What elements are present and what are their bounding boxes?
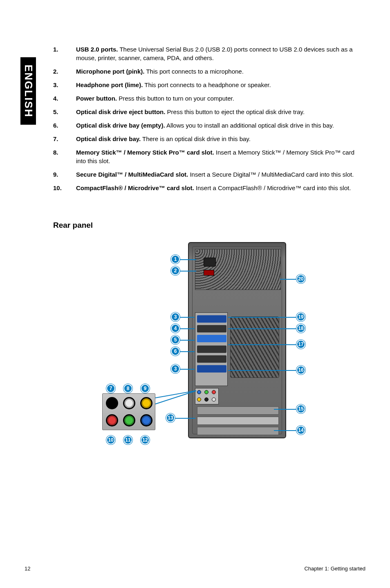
item-title: Secure Digital™ / MultiMediaCard slot. — [76, 171, 188, 178]
audio-jack-icon — [212, 397, 216, 402]
io-port-row — [197, 355, 226, 363]
item-title: Memory Stick™ / Memory Stick Pro™ card s… — [76, 149, 214, 156]
audio-jack-icon — [197, 397, 201, 402]
leader-line — [180, 328, 195, 329]
callout-15: 15 — [296, 404, 305, 413]
io-port-row — [197, 325, 226, 332]
item-desc: Allows you to install an additional opti… — [165, 122, 334, 129]
item-number: 4. — [53, 94, 76, 103]
item-desc: This port connects to a headphone or spe… — [143, 81, 271, 88]
item-body: Secure Digital™ / MultiMediaCard slot. I… — [76, 170, 364, 179]
voltage-switch-icon — [204, 270, 214, 276]
list-item: 5. Optical disk drive eject button. Pres… — [53, 108, 364, 116]
io-port-row — [197, 315, 226, 323]
item-body: USB 2.0 ports. These Universal Serial Bu… — [76, 45, 364, 62]
audio-jack-icon — [106, 414, 118, 426]
callout-14: 14 — [296, 426, 305, 435]
leader-line — [180, 317, 195, 318]
item-number: 9. — [53, 170, 76, 179]
item-title: Optical disk drive bay. — [76, 135, 141, 142]
psu-area — [195, 249, 281, 290]
expansion-card-slot — [197, 427, 279, 435]
tower-body — [188, 242, 286, 438]
callout-20: 20 — [296, 274, 305, 283]
item-title: Optical disk drive bay (empty). — [76, 122, 165, 129]
audio-jack-icon — [106, 397, 118, 409]
rear-panel-diagram: 1 2 3 4 5 6 3 13 7 8 9 10 11 12 20 19 18… — [78, 242, 364, 467]
io-port-row — [197, 335, 226, 342]
list-item: 2. Microphone port (pink). This port con… — [53, 67, 364, 76]
callout-19: 19 — [296, 312, 305, 321]
leader-line — [228, 370, 296, 371]
item-body: CompactFlash® / Microdrive™ card slot. I… — [76, 184, 364, 192]
leader-line — [228, 317, 296, 318]
list-item: 4. Power button. Press this button to tu… — [53, 94, 364, 103]
page-footer: 12 Chapter 1: Getting started — [25, 566, 365, 572]
main-content: 1. USB 2.0 ports. These Universal Serial… — [53, 45, 364, 467]
leader-line — [180, 340, 195, 341]
list-item: 7. Optical disk drive bay. There is an o… — [53, 135, 364, 143]
list-item: 8. Memory Stick™ / Memory Stick Pro™ car… — [53, 148, 364, 165]
item-title: USB 2.0 ports. — [76, 46, 118, 53]
leader-line — [274, 430, 296, 431]
leader-line — [228, 344, 296, 345]
callout-1: 1 — [171, 255, 180, 264]
chapter-label: Chapter 1: Getting started — [304, 566, 365, 572]
item-desc: There is an optical disk drive in this b… — [141, 135, 251, 142]
leader-line — [180, 271, 196, 272]
list-item: 6. Optical disk drive bay (empty). Allow… — [53, 121, 364, 130]
item-body: Optical disk drive bay. There is an opti… — [76, 135, 364, 143]
leader-line — [180, 369, 195, 370]
item-number: 2. — [53, 67, 76, 76]
language-tab: ENGLISH — [20, 57, 36, 125]
item-body: Memory Stick™ / Memory Stick Pro™ card s… — [76, 148, 364, 165]
onboard-audio-jacks — [195, 388, 219, 404]
callout-17: 17 — [296, 340, 305, 349]
audio-jack-icon — [140, 397, 152, 409]
item-number: 1. — [53, 45, 76, 62]
power-socket-icon — [204, 258, 216, 267]
item-number: 5. — [53, 108, 76, 116]
leader-line — [180, 259, 196, 260]
list-item: 9. Secure Digital™ / MultiMediaCard slot… — [53, 170, 364, 179]
list-item: 1. USB 2.0 ports. These Universal Serial… — [53, 45, 364, 62]
io-shield — [195, 312, 228, 386]
leader-line — [175, 418, 195, 419]
callout-5: 5 — [171, 335, 180, 344]
item-body: Optical disk drive eject button. Press t… — [76, 108, 364, 116]
item-title: Headphone port (lime). — [76, 81, 143, 88]
item-number: 3. — [53, 81, 76, 89]
callout-13: 13 — [166, 413, 175, 422]
leader-line — [280, 279, 296, 280]
item-title: CompactFlash® / Microdrive™ card slot. — [76, 184, 194, 191]
callout-18: 18 — [296, 324, 305, 333]
callout-11: 11 — [123, 435, 132, 444]
audio-jack-icon — [212, 390, 216, 394]
item-title: Power button. — [76, 95, 117, 102]
expansion-card-slot — [197, 406, 279, 415]
item-desc: This port connects to a microphone. — [144, 68, 243, 75]
callout-8: 8 — [123, 384, 132, 393]
audio-detail-inset — [102, 393, 155, 430]
item-body: Headphone port (lime). This port connect… — [76, 81, 364, 89]
leader-line — [274, 409, 296, 410]
item-body: Optical disk drive bay (empty). Allows y… — [76, 121, 364, 130]
item-desc: Insert a CompactFlash® / Microdrive™ car… — [194, 184, 351, 191]
list-item: 3. Headphone port (lime). This port conn… — [53, 81, 364, 89]
callout-7: 7 — [106, 384, 115, 393]
audio-jack-icon — [197, 390, 201, 394]
audio-jack-icon — [204, 390, 208, 394]
audio-jack-icon — [204, 397, 208, 402]
callout-12: 12 — [141, 435, 150, 444]
callout-10: 10 — [106, 435, 115, 444]
item-number: 10. — [53, 184, 76, 192]
rear-panel-heading: Rear panel — [53, 221, 364, 230]
item-number: 7. — [53, 135, 76, 143]
io-port-row — [197, 365, 226, 373]
item-number: 8. — [53, 148, 76, 165]
callout-9: 9 — [141, 384, 150, 393]
list-item: 10. CompactFlash® / Microdrive™ card slo… — [53, 184, 364, 192]
expansion-slot-blank — [197, 417, 279, 425]
language-tab-label: ENGLISH — [22, 65, 35, 118]
item-body: Microphone port (pink). This port connec… — [76, 67, 364, 76]
